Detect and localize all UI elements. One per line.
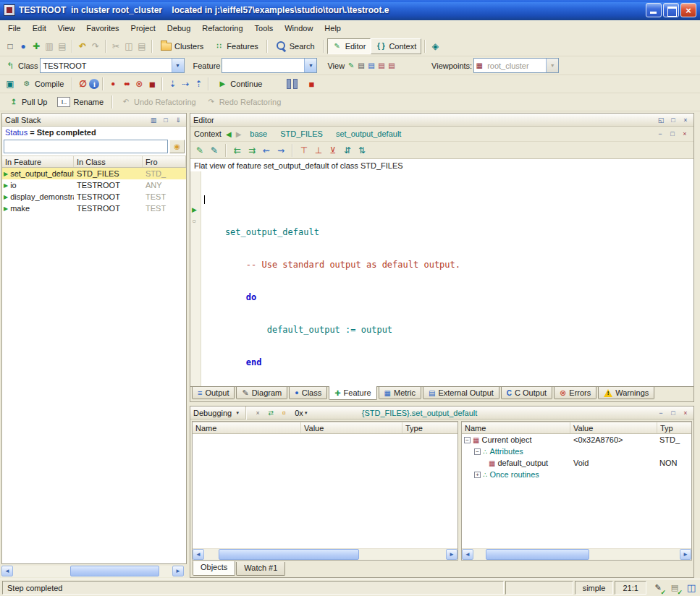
maximize-pane-icon[interactable]: □ [668, 115, 678, 124]
ancestors-icon[interactable]: ⊤ [298, 144, 311, 157]
undo-refactoring-button[interactable]: ↶ Undo Refactoring [116, 94, 201, 110]
enable-breakpoints-icon[interactable]: ● [106, 77, 119, 90]
editor-gutter[interactable]: ▶ ○ [190, 171, 201, 386]
code-line[interactable]: end [204, 357, 693, 368]
history-forward-icon[interactable]: ▶ [236, 130, 242, 138]
feature-combo-arrow[interactable]: ▼ [304, 59, 316, 72]
continue-button[interactable]: ▶ Continue [212, 76, 267, 92]
view-interface-icon[interactable]: ▤ [387, 61, 397, 71]
step-out-icon[interactable]: ⇡ [192, 77, 205, 90]
clusters-button[interactable]: Clusters [156, 38, 208, 54]
view-flat-icon[interactable]: ▤ [366, 61, 376, 71]
cut-icon[interactable]: ✂ [109, 40, 122, 53]
features-button[interactable]: ∷ Features [208, 38, 263, 54]
call-stack-row[interactable]: ▶set_output_default STD_FILES STD_ [2, 168, 186, 179]
assigners-icon[interactable]: ⇜ [260, 144, 273, 157]
titlebar[interactable]: TESTROOT in cluster root_cluster located… [0, 0, 700, 20]
compile-button[interactable]: ⚙ Compile [17, 76, 69, 92]
editor-titlebar[interactable]: Editor ◱ □ × [190, 114, 693, 127]
step-into-icon[interactable]: ⇣ [166, 77, 179, 90]
code-line[interactable]: default_output := output [204, 325, 693, 336]
new-feature-icon[interactable]: ✎ [208, 144, 221, 157]
ignore-breakpoints-icon[interactable]: ∅ [76, 77, 89, 90]
code-line[interactable]: do [204, 292, 693, 303]
dock-icon[interactable]: □ [161, 115, 171, 124]
assignees-icon[interactable]: ⇝ [274, 144, 287, 157]
tab-output[interactable]: ≡Output [192, 387, 235, 399]
undock-icon[interactable]: ◱ [656, 115, 666, 124]
debugging-menu-arrow-icon[interactable]: ▼ [235, 411, 240, 415]
redo-icon[interactable]: ↷ [89, 40, 102, 53]
save-icon[interactable]: ▥ [43, 40, 56, 53]
code-line[interactable]: -- Use standard output as default output… [204, 260, 693, 271]
breadcrumb-library[interactable]: base [250, 129, 267, 138]
scroll-left-button[interactable]: ◄ [1, 566, 13, 576]
pull-up-button[interactable]: ↥ Pull Up [4, 94, 52, 110]
copy-icon[interactable]: ◫ [122, 40, 135, 53]
maximize-pane-icon[interactable]: □ [667, 129, 678, 139]
homonyms-icon[interactable]: ⊻ [326, 144, 340, 157]
column-type[interactable]: Type [402, 422, 457, 433]
callers-icon[interactable]: ⇇ [231, 144, 244, 157]
new-window-icon[interactable]: □ [4, 40, 17, 53]
column-name[interactable]: Name [462, 422, 570, 433]
column-type[interactable]: Typ [657, 422, 691, 433]
history-back-icon[interactable]: ◀ [226, 130, 232, 138]
code-editor[interactable]: set_output_default -- Use standard outpu… [201, 171, 693, 386]
menu-debug[interactable]: Debug [161, 22, 196, 35]
object-tree-row[interactable]: ▦default_output Void NON [462, 457, 691, 469]
column-from[interactable]: Fro [143, 156, 186, 167]
collapse-icon[interactable]: − [474, 448, 481, 455]
minimize-window-button[interactable] [646, 3, 662, 17]
call-stack-row[interactable]: ▶display_demonstrat... TESTROOT TEST [2, 191, 186, 203]
scroll-right-button[interactable]: ► [680, 549, 691, 560]
stack-filter-button[interactable]: ◉ [169, 140, 185, 153]
class-combo[interactable]: TESTROOT ▼ [40, 58, 185, 73]
new-expression-icon[interactable]: ¤ [279, 408, 289, 417]
callees-icon[interactable]: ⇉ [245, 144, 258, 157]
scroll-thumb[interactable] [70, 566, 159, 576]
view-basic-icon[interactable]: ▤ [356, 61, 366, 71]
view-contract-icon[interactable]: ▤ [376, 61, 387, 71]
class-combo-arrow[interactable]: ▼ [172, 59, 184, 72]
search-button[interactable]: Search [271, 38, 320, 54]
descendants-icon[interactable]: ⊥ [312, 144, 325, 157]
viewpoints-combo[interactable]: ▦ root_cluster ▼ [473, 58, 559, 73]
viewpoints-combo-arrow[interactable]: ▼ [546, 59, 558, 72]
info-icon[interactable]: i [89, 79, 99, 89]
menu-refactoring[interactable]: Refactoring [196, 22, 248, 35]
breadcrumb-class[interactable]: STD_FILES [280, 129, 323, 138]
menu-view[interactable]: View [52, 22, 81, 35]
call-stack-hscrollbar[interactable]: ◄ ► [1, 566, 184, 577]
view-editable-icon[interactable]: ✎ [346, 61, 356, 71]
debugging-titlebar[interactable]: Debugging ▼ × ⇄ ¤ 0x▼ {STD_FILES}.set_ou… [190, 406, 693, 420]
stop-icon[interactable]: ■ [305, 77, 318, 90]
columns-icon[interactable]: ◫ [685, 582, 698, 594]
pick-and-drop-icon[interactable]: ↰ [4, 59, 17, 72]
close-pane-icon[interactable]: × [680, 115, 691, 124]
debug-menu-icon[interactable]: ▣ [4, 77, 17, 90]
column-in-class[interactable]: In Class [74, 156, 143, 167]
hex-format-button[interactable]: 0x▼ [295, 409, 308, 417]
refresh-expressions-icon[interactable]: ⇄ [266, 408, 276, 417]
tab-metric[interactable]: ▦Metric [379, 387, 421, 399]
call-stack-titlebar[interactable]: Call Stack ▥ □ ⇓ [2, 114, 186, 127]
implementers-icon[interactable]: ⇵ [341, 144, 354, 157]
menu-tools[interactable]: Tools [249, 22, 279, 35]
diagram-tool-icon[interactable]: ◈ [429, 40, 442, 53]
undo-icon[interactable]: ↶ [76, 40, 89, 53]
tab-errors[interactable]: ⊗Errors [554, 387, 596, 399]
menu-favorites[interactable]: Favorites [80, 22, 125, 35]
scroll-right-button[interactable]: ► [446, 549, 457, 560]
scroll-right-button[interactable]: ► [172, 566, 184, 576]
editor-button[interactable]: ✎ Editor [327, 38, 371, 54]
scroll-track[interactable] [204, 549, 446, 560]
paste-icon[interactable]: ▤ [135, 40, 148, 53]
menu-project[interactable]: Project [125, 22, 161, 35]
menu-edit[interactable]: Edit [27, 22, 52, 35]
menu-window[interactable]: Window [279, 22, 319, 35]
feature-combo[interactable]: ▼ [222, 58, 317, 73]
edit-feature-icon[interactable]: ✎ [193, 144, 206, 157]
remove-breakpoints-icon[interactable]: ⊗ [132, 77, 146, 90]
rename-button[interactable]: I.. Rename [52, 94, 109, 110]
